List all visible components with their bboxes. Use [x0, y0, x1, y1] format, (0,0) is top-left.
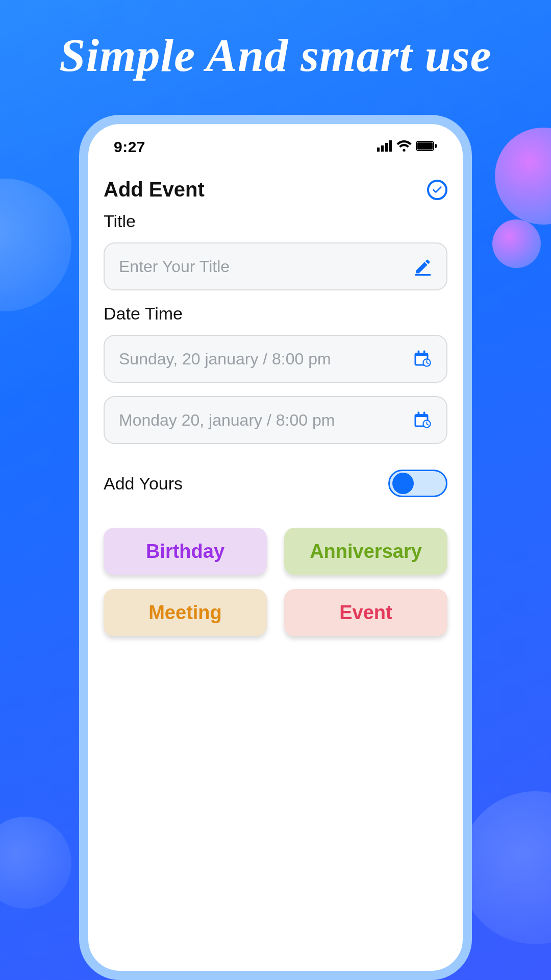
start-datetime-input[interactable]: Sunday, 20 january / 8:00 pm	[104, 335, 447, 383]
datetime-label: Date Time	[104, 304, 447, 324]
battery-icon	[416, 141, 437, 153]
svg-rect-5	[417, 142, 433, 150]
status-time: 9:27	[114, 138, 145, 156]
svg-rect-6	[435, 144, 437, 148]
add-yours-label: Add Yours	[104, 474, 183, 494]
decorative-bubble	[492, 219, 541, 268]
edit-icon	[414, 257, 432, 276]
category-label: Meeting	[148, 602, 222, 624]
category-label: Event	[339, 602, 392, 624]
add-yours-toggle[interactable]	[388, 470, 447, 497]
page-title: Add Event	[104, 178, 205, 201]
category-grid: Birthday Anniversary Meeting Event	[104, 528, 447, 636]
phone-frame: 9:27 Add Event Title Enter Your Title	[79, 115, 472, 980]
decorative-bubble	[0, 179, 71, 311]
category-meeting-button[interactable]: Meeting	[104, 589, 267, 636]
status-bar: 9:27	[104, 134, 447, 158]
add-yours-row: Add Yours	[104, 470, 447, 497]
toggle-knob	[392, 473, 414, 494]
confirm-button[interactable]	[427, 180, 447, 200]
svg-rect-10	[418, 351, 420, 355]
title-input[interactable]: Enter Your Title	[104, 242, 447, 290]
category-label: Birthday	[146, 541, 224, 562]
category-event-button[interactable]: Event	[284, 589, 447, 636]
svg-rect-16	[418, 412, 420, 416]
decorative-bubble	[495, 128, 551, 225]
decorative-bubble	[459, 791, 551, 944]
svg-rect-7	[415, 274, 431, 276]
category-anniversary-button[interactable]: Anniversary	[284, 528, 447, 575]
svg-rect-11	[423, 351, 425, 355]
screen-header: Add Event	[104, 178, 447, 201]
check-icon	[432, 184, 443, 195]
end-datetime-value: Monday 20, january / 8:00 pm	[119, 411, 414, 430]
title-label: Title	[104, 211, 447, 231]
status-icons	[377, 140, 437, 154]
svg-rect-0	[377, 148, 380, 152]
hero-title: Simple And smart use	[0, 28, 551, 82]
phone-screen: 9:27 Add Event Title Enter Your Title	[88, 124, 463, 971]
decorative-bubble	[0, 817, 71, 909]
svg-rect-3	[389, 140, 392, 152]
calendar-clock-icon	[414, 350, 432, 368]
svg-rect-17	[423, 412, 425, 416]
wifi-icon	[396, 140, 412, 154]
category-birthday-button[interactable]: Birthday	[104, 528, 267, 575]
start-datetime-value: Sunday, 20 january / 8:00 pm	[119, 350, 414, 369]
end-datetime-input[interactable]: Monday 20, january / 8:00 pm	[104, 396, 447, 444]
title-placeholder: Enter Your Title	[119, 257, 414, 276]
svg-rect-1	[381, 145, 384, 152]
category-label: Anniversary	[310, 541, 422, 562]
calendar-clock-icon	[414, 411, 432, 429]
cellular-icon	[377, 140, 392, 154]
svg-rect-2	[385, 143, 388, 152]
